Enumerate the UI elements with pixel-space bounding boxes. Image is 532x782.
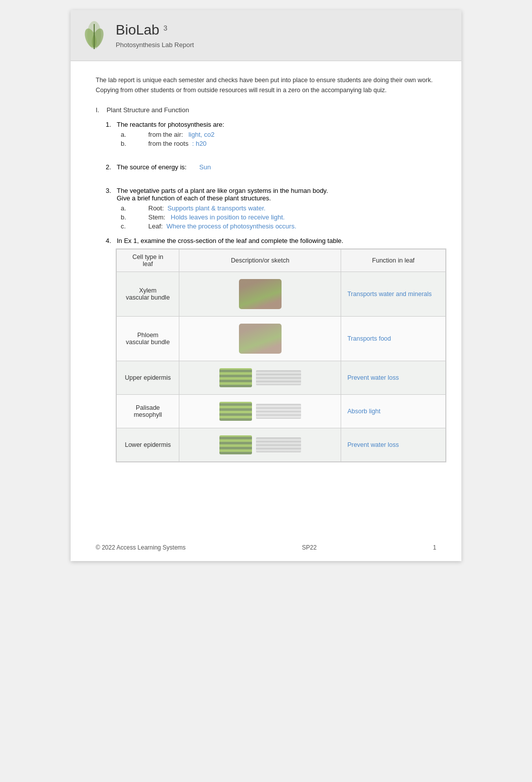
- table-row: Palisademesophyll Absorb light: [117, 395, 446, 428]
- header: BioLab 3 Photosynthesis Lab Report: [71, 10, 461, 61]
- question-4: 4. In Ex 1, examine the cross-section of…: [106, 237, 436, 462]
- q1-b-label: b.: [121, 140, 148, 147]
- footer: © 2022 Access Learning Systems SP22 1: [96, 544, 436, 551]
- notice-text: The lab report is unique each semester a…: [96, 75, 436, 95]
- q4-number: 4.: [106, 237, 117, 244]
- func-answer-phloem: Transports food: [347, 335, 391, 342]
- q3-number: 3.: [106, 187, 117, 194]
- question-1: 1. The reactants for photosynthesis are:…: [106, 121, 436, 147]
- cell-func-lower-epid: Prevent water loss: [341, 428, 446, 462]
- table-row: Xylemvascular bundle Transports water an…: [117, 272, 446, 317]
- q1-a-answer: light, co2: [188, 131, 214, 138]
- q1-b-prefix: from the roots: [148, 140, 192, 147]
- section-i: I. Plant Structure and Function 1. The r…: [96, 106, 436, 462]
- q3-a-prefix: Root:: [148, 204, 167, 212]
- cell-desc-palisade: [179, 395, 341, 428]
- table-row: Upper epidermis Prevent water loss: [117, 361, 446, 395]
- q2-row: 2. The source of energy is: Sun: [106, 163, 436, 171]
- table-row: Phloemvascular bundle Transports food: [117, 317, 446, 361]
- q3-a-answer: Supports plant & transports water.: [167, 204, 265, 212]
- logo: [81, 19, 108, 52]
- q3-text: The vegetative parts of a plant are like…: [117, 187, 436, 194]
- cell-type-lower-epid: Lower epidermis: [117, 428, 179, 462]
- app-title: BioLab 3: [116, 22, 194, 38]
- cell-type-upper-epid: Upper epidermis: [117, 361, 179, 395]
- q3-b-answer: Holds leaves in position to receive ligh…: [171, 213, 285, 221]
- brand-name: BioLab: [116, 22, 159, 38]
- footer-page: 1: [433, 544, 436, 551]
- thumb-xylem-1: [239, 279, 282, 309]
- q4-row: 4. In Ex 1, examine the cross-section of…: [106, 237, 436, 244]
- thumb-upper-epid-strip: [256, 370, 301, 385]
- q4-text: In Ex 1, examine the cross-section of th…: [117, 237, 436, 244]
- q2-number: 2.: [106, 163, 117, 171]
- q1-text: The reactants for photosynthesis are:: [117, 121, 436, 128]
- cell-type-phloem: Phloemvascular bundle: [117, 317, 179, 361]
- questions-block: 1. The reactants for photosynthesis are:…: [106, 121, 436, 462]
- thumb-palisade-green: [219, 402, 252, 421]
- func-answer-palisade: Absorb light: [347, 408, 380, 415]
- q3-row: 3. The vegetative parts of a plant are l…: [106, 187, 436, 202]
- cell-func-upper-epid: Prevent water loss: [341, 361, 446, 395]
- table-row: Lower epidermis Prevent water loss: [117, 428, 446, 462]
- q1-sub-b: b. from the roots : h20: [121, 140, 436, 147]
- thumb-phloem-1: [239, 324, 282, 354]
- q3-c-prefix: Leaf:: [148, 222, 166, 230]
- q1-sub-a: a. from the air: light, co2: [121, 131, 436, 138]
- section-title: I. Plant Structure and Function: [96, 106, 436, 114]
- q1-a-prefix: from the air:: [148, 131, 188, 138]
- thumb-upper-epid-green: [219, 368, 252, 387]
- func-answer-lower-epid: Prevent water loss: [347, 441, 399, 448]
- q3-sub-b: b. Stem: Holds leaves in position to rec…: [121, 213, 436, 221]
- page: BioLab 3 Photosynthesis Lab Report The l…: [71, 10, 461, 561]
- header-title-block: BioLab 3 Photosynthesis Lab Report: [116, 22, 194, 49]
- func-answer-upper-epid: Prevent water loss: [347, 374, 399, 381]
- cell-desc-xylem: [179, 272, 341, 317]
- question-3: 3. The vegetative parts of a plant are l…: [106, 187, 436, 230]
- leaf-data-table: Cell type inleaf Description/or sketch F…: [116, 249, 446, 462]
- q3-c-label: c.: [121, 222, 148, 230]
- col-header-function: Function in leaf: [341, 249, 446, 272]
- cell-type-xylem: Xylemvascular bundle: [117, 272, 179, 317]
- q3-b-label: b.: [121, 213, 148, 221]
- cell-type-palisade: Palisademesophyll: [117, 395, 179, 428]
- question-2: 2. The source of energy is: Sun: [106, 163, 436, 171]
- q1-a-label: a.: [121, 131, 148, 138]
- q3-a-label: a.: [121, 204, 148, 212]
- cell-desc-upper-epid: [179, 361, 341, 395]
- thumb-lower-epid-strip: [256, 437, 301, 452]
- q3-b-prefix: Stem:: [148, 213, 171, 221]
- col-header-description: Description/or sketch: [179, 249, 341, 272]
- content: The lab report is unique each semester a…: [71, 61, 461, 491]
- leaf-table: Cell type inleaf Description/or sketch F…: [116, 248, 446, 462]
- page-number: 3: [163, 24, 167, 32]
- q1-number: 1.: [106, 121, 117, 128]
- col-header-cell-type: Cell type inleaf: [117, 249, 179, 272]
- table-header-row: Cell type inleaf Description/or sketch F…: [117, 249, 446, 272]
- footer-copyright: © 2022 Access Learning Systems: [96, 544, 186, 551]
- q1-row: 1. The reactants for photosynthesis are:: [106, 121, 436, 128]
- report-subtitle: Photosynthesis Lab Report: [116, 41, 194, 49]
- q3-content: The vegetative parts of a plant are like…: [117, 187, 436, 202]
- roman-numeral: I.: [96, 106, 99, 114]
- q3-sub-a: a. Root: Supports plant & transports wat…: [121, 204, 436, 212]
- q2-answer: Sun: [199, 163, 211, 171]
- func-answer-xylem: Transports water and minerals: [347, 291, 431, 298]
- cell-func-phloem: Transports food: [341, 317, 446, 361]
- cell-desc-phloem: [179, 317, 341, 361]
- section-heading: Plant Structure and Function: [107, 106, 189, 114]
- q3-text2: Give a brief function of each of these p…: [117, 194, 436, 202]
- cell-func-palisade: Absorb light: [341, 395, 446, 428]
- q3-sub-c: c. Leaf: Where the process of photosynth…: [121, 222, 436, 230]
- footer-code: SP22: [302, 544, 317, 551]
- thumb-palisade-strip: [256, 404, 301, 419]
- cell-func-xylem: Transports water and minerals: [341, 272, 446, 317]
- q3-c-answer: Where the process of photosynthesis occu…: [166, 222, 296, 230]
- cell-desc-lower-epid: [179, 428, 341, 462]
- q2-text: The source of energy is: Sun: [117, 163, 436, 171]
- q1-b-answer: : h20: [192, 140, 206, 147]
- thumb-lower-epid-green: [219, 435, 252, 454]
